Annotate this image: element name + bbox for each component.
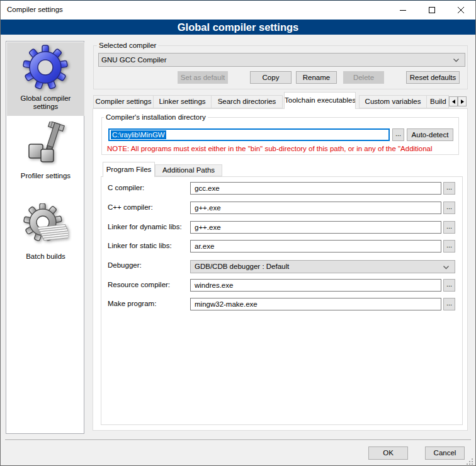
cancel-button[interactable]: Cancel [425, 446, 465, 460]
sidebar-item-global-compiler[interactable] [23, 45, 68, 90]
linker-dynamic-browse-button[interactable]: ... [443, 221, 455, 234]
rename-button[interactable]: Rename [296, 71, 337, 84]
settings-category-list: Global compiler settings Profiler sett [6, 41, 84, 434]
cpp-compiler-input[interactable]: g++.exe [190, 202, 441, 214]
sidebar-label-profiler[interactable]: Profiler settings [7, 172, 84, 180]
linker-dynamic-label: Linker for dynamic libs: [108, 221, 182, 233]
title-bar[interactable]: Compiler settings [0, 0, 476, 20]
sidebar-item-profiler[interactable] [23, 122, 68, 167]
blue-gear-icon [23, 45, 68, 90]
tab-custom-variables[interactable]: Custom variables [359, 95, 427, 108]
install-dir-value: C:\raylib\MinGW [111, 130, 166, 139]
resource-compiler-input[interactable]: windres.exe [190, 279, 441, 292]
arrow-right-icon [461, 99, 464, 104]
c-compiler-label: C compiler: [108, 182, 144, 194]
tab-search-directories[interactable]: Search directories [211, 95, 283, 108]
tab-scroll-right-button[interactable] [458, 96, 467, 106]
maximize-icon [429, 7, 435, 13]
profiler-caliper-icon [23, 122, 68, 167]
subtab-additional-paths[interactable]: Additional Paths [155, 164, 222, 176]
window-title: Compiler settings [7, 0, 63, 20]
reset-defaults-button[interactable]: Reset defaults [406, 71, 460, 84]
compiler-select[interactable]: GNU GCC Compiler [98, 53, 465, 67]
debugger-select-value: GDB/CDB debugger : Default [195, 263, 289, 270]
caption-buttons [388, 1, 475, 20]
autodetect-button[interactable]: Auto-detect [407, 128, 453, 141]
footer-divider-highlight [5, 440, 471, 441]
linker-static-browse-button[interactable]: ... [443, 240, 455, 253]
install-dir-note: NOTE: All programs must exist either in … [107, 144, 450, 154]
maximize-button[interactable] [417, 1, 446, 20]
install-dir-browse-button[interactable]: ... [392, 128, 404, 141]
linker-static-label: Linker for static libs: [108, 240, 172, 252]
install-dir-input[interactable]: C:\raylib\MinGW [108, 128, 390, 141]
debugger-label: Debugger: [108, 259, 142, 271]
compiler-select-value: GNU GCC Compiler [101, 56, 167, 64]
chevron-down-icon [453, 59, 459, 62]
close-button[interactable] [446, 1, 475, 20]
sidebar-label-global-compiler[interactable]: Global compiler settings [14, 94, 77, 111]
debugger-select[interactable]: GDB/CDB debugger : Default [190, 260, 455, 273]
install-dir-group-label: Compiler's installation directory [104, 113, 208, 122]
set-as-default-button[interactable]: Set as default [178, 71, 228, 84]
copy-button[interactable]: Copy [250, 71, 292, 84]
make-program-input[interactable]: mingw32-make.exe [190, 298, 441, 310]
sidebar-label-batch-builds[interactable]: Batch builds [7, 253, 84, 261]
batch-builds-icon [23, 203, 68, 249]
selected-compiler-group-label: Selected compiler [97, 42, 158, 50]
close-icon [458, 7, 464, 13]
c-compiler-browse-button[interactable]: ... [443, 182, 455, 195]
cpp-compiler-label: C++ compiler: [108, 202, 153, 213]
cpp-compiler-browse-button[interactable]: ... [443, 202, 455, 214]
c-compiler-input[interactable]: gcc.exe [190, 182, 441, 195]
arrow-left-icon [452, 99, 455, 104]
debugger-chevron-down-icon [443, 266, 449, 270]
ok-button[interactable]: OK [368, 446, 408, 460]
make-program-browse-button[interactable]: ... [443, 298, 455, 310]
linker-dynamic-input[interactable]: g++.exe [190, 221, 441, 234]
sidebar-item-batch-builds[interactable] [23, 203, 68, 249]
tab-build-options[interactable]: Build options [426, 95, 449, 108]
dialog-header: Global compiler settings [1, 20, 475, 35]
minimize-icon [400, 7, 406, 13]
tab-toolchain-executables[interactable]: Toolchain executables [284, 92, 356, 109]
tab-compiler-settings[interactable]: Compiler settings [93, 95, 154, 108]
subtab-program-files[interactable]: Program Files [103, 162, 155, 177]
make-program-label: Make program: [108, 298, 156, 310]
resource-compiler-browse-button[interactable]: ... [443, 279, 455, 292]
linker-static-input[interactable]: ar.exe [190, 240, 441, 253]
compiler-settings-window: Compiler settings Global compiler settin… [0, 0, 476, 466]
tab-linker-settings[interactable]: Linker settings [153, 95, 212, 108]
resource-compiler-label: Resource compiler: [108, 279, 170, 291]
tab-scroll-left-button[interactable] [449, 96, 458, 106]
delete-button[interactable]: Delete [343, 71, 384, 84]
minimize-button[interactable] [388, 1, 417, 20]
